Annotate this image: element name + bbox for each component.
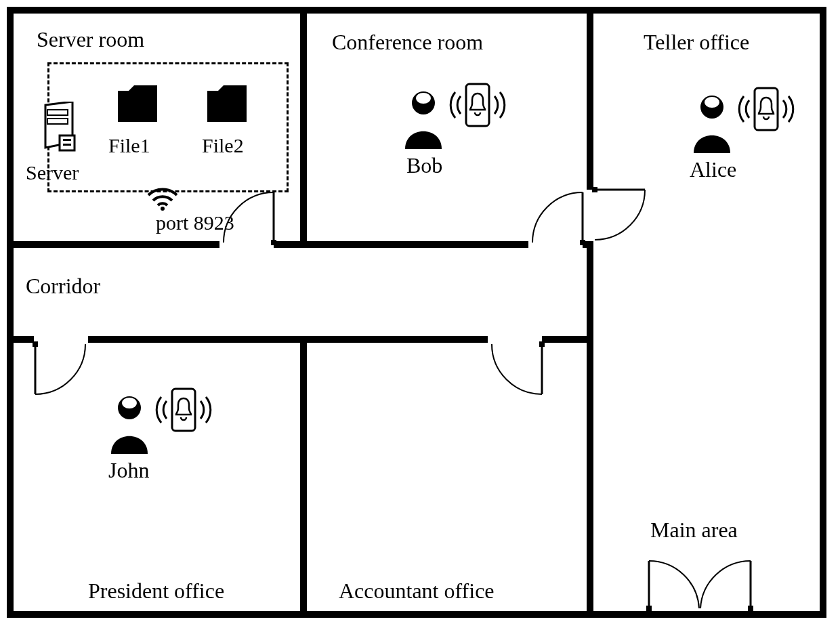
svg-rect-22 bbox=[33, 341, 38, 347]
svg-rect-3 bbox=[63, 139, 71, 141]
door-icon bbox=[31, 341, 92, 402]
server-enclosure bbox=[47, 62, 289, 192]
file-icon bbox=[115, 81, 160, 129]
wall-segment bbox=[14, 241, 593, 248]
floor-plan: Server room Conference room Teller offic… bbox=[7, 7, 826, 618]
svg-rect-11 bbox=[755, 88, 778, 130]
person-label-bob: Bob bbox=[406, 153, 442, 178]
phone-alert-icon bbox=[447, 81, 508, 135]
svg-rect-8 bbox=[466, 84, 489, 126]
svg-rect-24 bbox=[539, 341, 545, 347]
room-label-main: Main area bbox=[650, 518, 738, 543]
wall-segment bbox=[300, 14, 307, 248]
svg-rect-16 bbox=[271, 240, 276, 245]
server-label: Server bbox=[26, 161, 79, 184]
wall-segment bbox=[300, 336, 307, 611]
svg-point-5 bbox=[161, 207, 165, 211]
svg-rect-18 bbox=[580, 240, 585, 245]
door-icon bbox=[526, 188, 587, 249]
person-icon bbox=[398, 88, 448, 152]
file-icon bbox=[205, 81, 249, 129]
file2-label: File2 bbox=[202, 134, 244, 157]
svg-point-13 bbox=[122, 398, 137, 408]
person-label-john: John bbox=[108, 458, 149, 483]
room-label-server: Server room bbox=[37, 27, 144, 52]
room-label-corridor: Corridor bbox=[26, 274, 100, 299]
room-label-accountant: Accountant office bbox=[339, 579, 495, 604]
svg-rect-2 bbox=[60, 135, 75, 150]
double-door-icon bbox=[642, 555, 757, 614]
person-icon bbox=[104, 393, 154, 457]
person-label-alice: Alice bbox=[690, 157, 736, 182]
phone-alert-icon bbox=[736, 85, 797, 140]
svg-point-7 bbox=[416, 93, 431, 104]
room-label-teller: Teller office bbox=[644, 30, 749, 55]
room-label-conference: Conference room bbox=[332, 30, 483, 55]
svg-rect-26 bbox=[646, 606, 652, 611]
svg-rect-28 bbox=[748, 606, 753, 611]
door-icon bbox=[485, 341, 546, 402]
wifi-icon bbox=[146, 187, 180, 214]
svg-rect-4 bbox=[63, 144, 71, 146]
room-label-president: President office bbox=[88, 579, 224, 604]
door-icon bbox=[217, 188, 278, 249]
svg-point-10 bbox=[705, 97, 719, 108]
wall-segment bbox=[587, 241, 593, 611]
server-icon bbox=[35, 102, 83, 157]
person-icon bbox=[687, 92, 737, 156]
phone-alert-icon bbox=[153, 386, 214, 440]
file1-label: File1 bbox=[108, 134, 150, 157]
svg-rect-20 bbox=[592, 187, 597, 192]
door-icon bbox=[592, 187, 650, 248]
svg-rect-14 bbox=[172, 389, 195, 431]
